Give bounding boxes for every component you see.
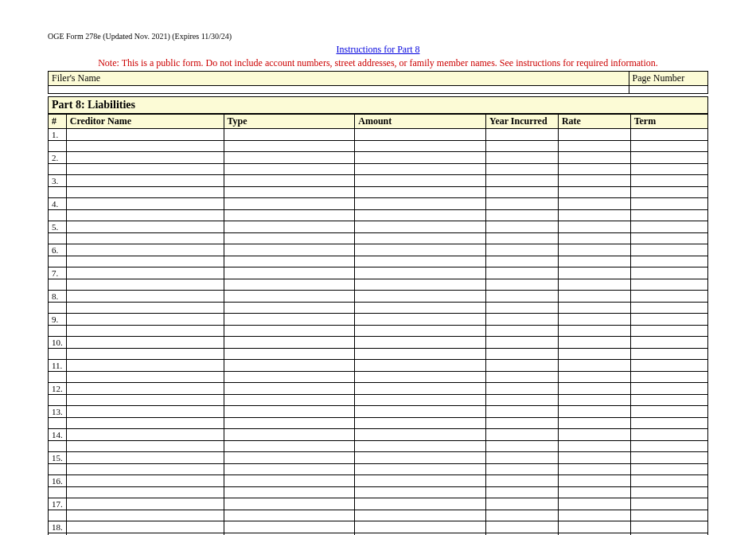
cell-year[interactable] <box>486 244 559 256</box>
cell-term[interactable] <box>630 429 707 441</box>
cell-blank[interactable] <box>486 141 559 152</box>
cell-type[interactable] <box>224 429 355 441</box>
cell-rate[interactable] <box>558 429 630 441</box>
cell-creditor[interactable] <box>66 383 224 395</box>
cell-blank[interactable] <box>558 187 630 198</box>
cell-blank[interactable] <box>630 349 707 360</box>
cell-year[interactable] <box>486 498 559 510</box>
cell-amount[interactable] <box>355 475 486 487</box>
cell-year[interactable] <box>486 152 559 164</box>
cell-blank[interactable] <box>558 487 630 498</box>
cell-year[interactable] <box>486 383 559 395</box>
cell-type[interactable] <box>224 521 355 533</box>
cell-blank[interactable] <box>355 510 486 521</box>
cell-blank[interactable] <box>224 372 355 383</box>
cell-term[interactable] <box>630 244 707 256</box>
cell-creditor[interactable] <box>66 337 224 349</box>
cell-amount[interactable] <box>355 268 486 279</box>
cell-blank[interactable] <box>49 233 67 244</box>
cell-creditor[interactable] <box>66 152 224 164</box>
cell-type[interactable] <box>224 244 355 256</box>
cell-amount[interactable] <box>355 291 486 303</box>
cell-year[interactable] <box>486 360 559 372</box>
cell-blank[interactable] <box>558 256 630 268</box>
cell-blank[interactable] <box>49 464 67 475</box>
cell-blank[interactable] <box>630 164 707 175</box>
cell-term[interactable] <box>630 175 707 187</box>
cell-blank[interactable] <box>49 256 67 268</box>
cell-blank[interactable] <box>224 303 355 314</box>
cell-blank[interactable] <box>49 210 67 221</box>
cell-rate[interactable] <box>558 337 630 349</box>
cell-creditor[interactable] <box>66 244 224 256</box>
cell-amount[interactable] <box>355 521 486 533</box>
cell-blank[interactable] <box>355 303 486 314</box>
cell-amount[interactable] <box>355 314 486 326</box>
cell-rate[interactable] <box>558 452 630 464</box>
cell-type[interactable] <box>224 291 355 303</box>
filer-name-input[interactable] <box>49 86 629 94</box>
cell-blank[interactable] <box>486 510 559 521</box>
cell-creditor[interactable] <box>66 475 224 487</box>
cell-blank[interactable] <box>486 187 559 198</box>
cell-blank[interactable] <box>486 210 559 221</box>
cell-blank[interactable] <box>49 279 67 291</box>
cell-type[interactable] <box>224 129 355 141</box>
cell-blank[interactable] <box>355 464 486 475</box>
cell-creditor[interactable] <box>66 291 224 303</box>
cell-creditor[interactable] <box>66 406 224 418</box>
cell-blank[interactable] <box>224 141 355 152</box>
cell-blank[interactable] <box>486 487 559 498</box>
cell-blank[interactable] <box>630 256 707 268</box>
cell-blank[interactable] <box>49 372 67 383</box>
cell-blank[interactable] <box>355 279 486 291</box>
cell-blank[interactable] <box>486 464 559 475</box>
cell-amount[interactable] <box>355 383 486 395</box>
cell-year[interactable] <box>486 129 559 141</box>
cell-term[interactable] <box>630 152 707 164</box>
cell-term[interactable] <box>630 475 707 487</box>
cell-blank[interactable] <box>486 418 559 429</box>
cell-amount[interactable] <box>355 129 486 141</box>
cell-term[interactable] <box>630 291 707 303</box>
cell-blank[interactable] <box>630 510 707 521</box>
cell-blank[interactable] <box>49 395 67 406</box>
cell-year[interactable] <box>486 452 559 464</box>
cell-creditor[interactable] <box>66 498 224 510</box>
cell-blank[interactable] <box>66 326 224 337</box>
cell-blank[interactable] <box>66 487 224 498</box>
cell-blank[interactable] <box>66 464 224 475</box>
cell-blank[interactable] <box>66 349 224 360</box>
cell-rate[interactable] <box>558 152 630 164</box>
cell-term[interactable] <box>630 521 707 533</box>
cell-blank[interactable] <box>486 233 559 244</box>
cell-blank[interactable] <box>558 141 630 152</box>
cell-blank[interactable] <box>66 256 224 268</box>
cell-blank[interactable] <box>66 441 224 452</box>
cell-blank[interactable] <box>486 349 559 360</box>
cell-blank[interactable] <box>355 395 486 406</box>
cell-blank[interactable] <box>49 326 67 337</box>
cell-type[interactable] <box>224 360 355 372</box>
cell-blank[interactable] <box>49 141 67 152</box>
cell-year[interactable] <box>486 314 559 326</box>
cell-term[interactable] <box>630 452 707 464</box>
cell-type[interactable] <box>224 175 355 187</box>
cell-rate[interactable] <box>558 360 630 372</box>
cell-type[interactable] <box>224 198 355 210</box>
cell-rate[interactable] <box>558 221 630 233</box>
cell-blank[interactable] <box>630 303 707 314</box>
cell-rate[interactable] <box>558 291 630 303</box>
cell-amount[interactable] <box>355 360 486 372</box>
cell-blank[interactable] <box>558 510 630 521</box>
cell-blank[interactable] <box>630 187 707 198</box>
cell-year[interactable] <box>486 521 559 533</box>
cell-rate[interactable] <box>558 383 630 395</box>
cell-blank[interactable] <box>630 464 707 475</box>
cell-blank[interactable] <box>355 187 486 198</box>
cell-blank[interactable] <box>224 187 355 198</box>
cell-amount[interactable] <box>355 152 486 164</box>
cell-blank[interactable] <box>630 372 707 383</box>
cell-blank[interactable] <box>558 349 630 360</box>
cell-blank[interactable] <box>49 187 67 198</box>
